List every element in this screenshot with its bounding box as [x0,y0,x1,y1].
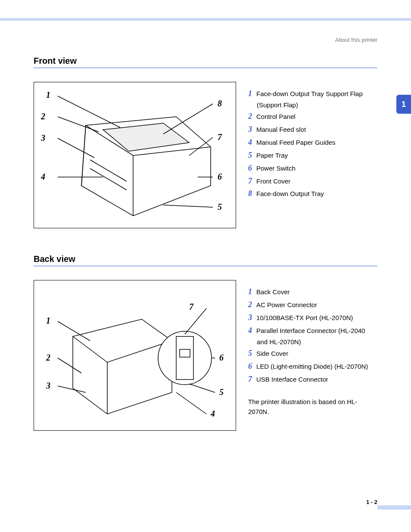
front-callout-8: 8 [218,99,222,109]
legend-item: 310/100BASE-TX Port (HL-2070N) [248,312,377,324]
legend-item: 7Front Cover [248,175,377,187]
legend-text: Control Panel [256,113,296,120]
front-callout-4: 4 [41,172,45,182]
legend-text: Parallel Interface Connector (HL-2040 an… [256,327,365,345]
svg-line-16 [189,384,215,392]
legend-item: 2Control Panel [248,111,377,123]
back-callout-7: 7 [189,302,193,312]
legend-item: 6Power Switch [248,162,377,174]
legend-num: 8 [248,189,256,198]
legend-text: Side Cover [256,350,288,357]
svg-line-7 [163,205,213,207]
back-callout-4: 4 [211,409,215,419]
legend-num: 3 [248,125,256,134]
page-number: 1 - 2 [366,499,377,505]
front-view-diagram: 1 2 3 4 5 6 7 8 [34,82,236,228]
legend-item: 2AC Power Connector [248,299,377,311]
legend-num: 5 [248,349,256,358]
legend-text: Manual Feed slot [256,126,306,133]
front-callout-5: 5 [218,202,222,212]
front-view-section: Front view [34,56,377,228]
front-callout-6: 6 [218,172,222,182]
front-printer-illustration [34,82,237,229]
back-view-legend: 1Back Cover 2AC Power Connector 310/100B… [248,280,377,417]
legend-text: Front Cover [256,177,290,185]
svg-point-8 [158,331,212,385]
legend-num: 2 [248,300,256,309]
legend-text: AC Power Connector [256,301,317,308]
page-content: Front view [34,56,377,457]
legend-item: 8Face-down Output Tray [248,188,377,200]
legend-text: USB Interface Connector [256,376,328,383]
back-callout-5: 5 [219,387,224,397]
legend-text: Back Cover [256,288,290,296]
front-view-heading: Front view [34,56,377,68]
legend-num: 3 [248,313,256,322]
page-number-accent [377,505,411,510]
legend-num: 6 [248,362,256,370]
legend-item: 7USB Interface Connector [248,373,377,386]
svg-line-1 [58,117,99,132]
back-view-diagram: 1 2 3 4 5 6 7 [34,280,236,431]
svg-line-0 [58,96,120,128]
legend-text: Face-down Output Tray Support Flap (Supp… [256,90,363,109]
legend-text: Power Switch [256,165,296,172]
legend-num: 4 [248,326,256,335]
front-callout-1: 1 [46,90,50,100]
legend-num: 4 [248,138,256,146]
legend-item: 3Manual Feed slot [248,124,377,136]
chapter-tab: 1 [396,95,411,114]
legend-text: Manual Feed Paper Guides [256,139,335,146]
legend-num: 5 [248,151,256,159]
front-view-legend: 1Face-down Output Tray Support Flap (Sup… [248,82,377,201]
legend-text: 10/100BASE-TX Port (HL-2070N) [256,314,353,321]
back-callout-2: 2 [46,353,50,363]
back-view-section: Back view [34,254,377,431]
back-callout-1: 1 [46,316,50,326]
back-callout-3: 3 [46,381,50,391]
back-printer-illustration [34,280,237,431]
legend-text: Paper Tray [256,152,288,159]
legend-item: 1Back Cover [248,286,377,298]
back-view-note: The printer illustration is based on HL-… [248,397,377,417]
legend-text: Face-down Output Tray [256,190,324,197]
back-callout-6: 6 [219,353,224,363]
legend-num: 7 [248,177,256,185]
legend-item: 5Paper Tray [248,149,377,162]
front-callout-3: 3 [41,133,45,143]
legend-item: 5Side Cover [248,348,377,360]
running-head: About this printer [335,37,377,43]
svg-line-17 [176,392,206,414]
front-callout-2: 2 [41,112,45,121]
legend-item: 4Manual Feed Paper Guides [248,137,377,149]
legend-num: 1 [248,89,256,98]
legend-item: 4Parallel Interface Connector (HL-2040 a… [248,325,377,347]
legend-num: 2 [248,112,256,121]
legend-item: 1Face-down Output Tray Support Flap (Sup… [248,88,377,110]
legend-num: 1 [248,287,256,296]
svg-line-14 [185,308,206,334]
top-accent-bar [0,18,411,21]
legend-num: 6 [248,164,256,172]
front-callout-7: 7 [218,132,222,142]
legend-item: 6LED (Light-emitting Diode) (HL-2070N) [248,361,377,373]
back-view-heading: Back view [34,254,377,266]
legend-text: LED (Light-emitting Diode) (HL-2070N) [256,363,368,370]
legend-num: 7 [248,375,256,383]
